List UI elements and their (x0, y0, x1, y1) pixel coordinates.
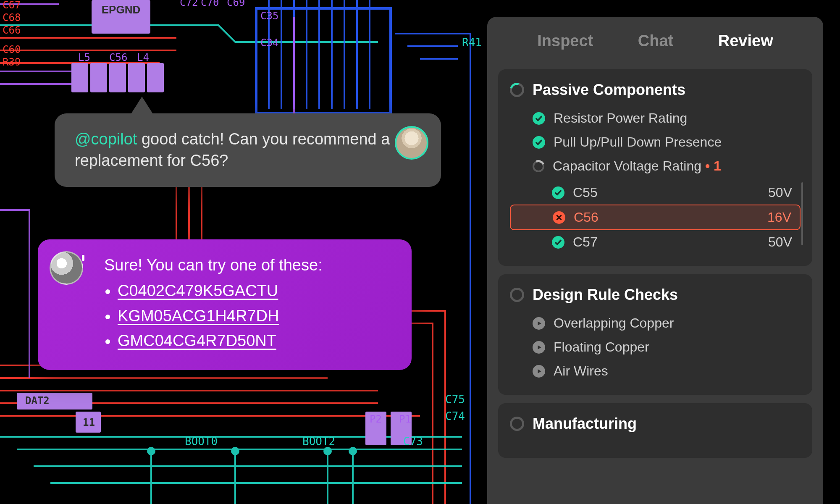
check-ok-icon (533, 136, 545, 149)
section-passive-components: Passive Components Resistor Power Rating… (498, 69, 812, 266)
cap-value: 16V (767, 210, 791, 225)
review-panel: Inspect Chat Review Passive Components R… (487, 17, 823, 504)
cap-name: C57 (573, 234, 760, 250)
check-item-resistor-power[interactable]: Resistor Power Rating (510, 106, 801, 130)
progress-ring-icon (510, 83, 524, 97)
progress-ring-icon (510, 288, 524, 302)
svg-text:C73: C73 (403, 435, 423, 448)
svg-text:L5: L5 (78, 52, 90, 63)
check-item-pullup[interactable]: Pull Up/Pull Down Presence (510, 130, 801, 154)
play-icon (533, 365, 545, 378)
svg-rect-12 (128, 63, 145, 92)
bot-suggestion-list: C0402C479K5GACTU KGM05ACG1H4R7DH GMC04CG… (104, 280, 391, 352)
cap-name: C56 (574, 210, 759, 225)
check-label: Overlapping Copper (554, 315, 801, 331)
section-title: Design Rule Checks (533, 286, 678, 304)
check-ok-icon (533, 112, 545, 125)
play-icon (533, 317, 545, 330)
check-label: Floating Copper (554, 339, 801, 355)
svg-text:C35: C35 (260, 10, 278, 22)
section-title: Passive Components (533, 81, 685, 99)
svg-text:BOOT2: BOOT2 (302, 435, 335, 448)
svg-point-4 (324, 448, 331, 454)
chat-user-text: @copilot good catch! Can you recommend a… (75, 129, 394, 172)
drc-item-floating[interactable]: Floating Copper (510, 335, 801, 359)
svg-text:11: 11 (83, 417, 95, 428)
panel-tabs: Inspect Chat Review (498, 28, 812, 61)
svg-rect-11 (109, 63, 126, 92)
check-item-cap-voltage[interactable]: Capacitor Voltage Rating • 1 (510, 154, 801, 178)
user-avatar[interactable] (395, 126, 428, 160)
svg-text:P2: P2 (370, 413, 382, 425)
svg-text:DAT2: DAT2 (25, 395, 50, 407)
svg-text:C66: C66 (3, 24, 21, 36)
drc-item-overlapping[interactable]: Overlapping Copper (510, 311, 801, 335)
part-link[interactable]: KGM05ACG1H4R7DH (118, 307, 279, 325)
svg-text:C72: C72 (180, 0, 198, 8)
scrollbar[interactable] (801, 182, 803, 245)
svg-marker-45 (538, 369, 541, 373)
svg-text:C67: C67 (3, 0, 21, 11)
drc-item-airwires[interactable]: Air Wires (510, 359, 801, 383)
svg-rect-13 (147, 63, 164, 92)
cap-name: C55 (573, 185, 760, 200)
check-fail-icon (553, 211, 565, 224)
cap-value: 50V (768, 185, 792, 200)
section-title: Manufacturing (533, 415, 637, 433)
cap-row-c56[interactable]: C56 16V (510, 205, 801, 230)
svg-text:P1: P1 (399, 413, 411, 425)
check-label: Pull Up/Pull Down Presence (554, 134, 801, 150)
svg-text:C74: C74 (445, 410, 465, 423)
svg-rect-9 (71, 63, 88, 92)
check-label: Capacitor Voltage Rating • 1 (553, 158, 801, 174)
bot-avatar-icon (50, 251, 83, 285)
svg-text:C70: C70 (201, 0, 219, 8)
svg-marker-44 (538, 345, 541, 349)
svg-text:EPGND: EPGND (102, 3, 140, 16)
svg-rect-10 (90, 63, 107, 92)
capacitor-sub-list: C55 50V C56 16V C57 50V (510, 181, 801, 254)
bot-intro: Sure! You can try one of these: (104, 255, 391, 276)
cap-value: 50V (768, 234, 792, 250)
cap-row-c55[interactable]: C55 50V (510, 181, 801, 205)
section-drc: Design Rule Checks Overlapping Copper Fl… (498, 274, 812, 395)
svg-text:L4: L4 (137, 52, 149, 63)
tab-inspect[interactable]: Inspect (537, 32, 593, 50)
cap-row-c57[interactable]: C57 50V (510, 230, 801, 254)
section-manufacturing: Manufacturing (498, 403, 812, 458)
svg-marker-43 (538, 321, 541, 325)
issue-count-badge: • 1 (705, 158, 721, 173)
mention-copilot[interactable]: @copilot (75, 130, 137, 148)
svg-text:C68: C68 (3, 12, 21, 24)
chat-bot-bubble: Sure! You can try one of these: C0402C47… (38, 239, 412, 370)
check-label: Air Wires (554, 363, 801, 379)
svg-text:C56: C56 (109, 52, 127, 63)
tab-review[interactable]: Review (718, 32, 773, 50)
svg-text:C34: C34 (260, 37, 278, 49)
svg-text:R41: R41 (462, 36, 482, 49)
check-label: Resistor Power Rating (554, 110, 801, 126)
check-ok-icon (552, 186, 564, 199)
progress-ring-icon (510, 417, 524, 431)
tab-chat[interactable]: Chat (638, 32, 673, 50)
part-link[interactable]: GMC04CG4R7D50NT (118, 332, 276, 349)
svg-text:C60: C60 (3, 44, 21, 55)
check-ok-icon (552, 236, 564, 249)
spinner-icon (533, 160, 544, 172)
bubble-tail (130, 97, 154, 115)
svg-text:R39: R39 (3, 56, 21, 68)
chat-user-bubble: @copilot good catch! Can you recommend a… (55, 113, 441, 187)
svg-point-5 (349, 448, 356, 454)
svg-text:C75: C75 (445, 393, 465, 406)
svg-point-3 (232, 448, 239, 454)
svg-text:BOOT0: BOOT0 (185, 435, 218, 448)
svg-text:C69: C69 (227, 0, 245, 8)
svg-point-2 (148, 448, 155, 454)
play-icon (533, 341, 545, 354)
part-link[interactable]: C0402C479K5GACTU (118, 282, 278, 299)
